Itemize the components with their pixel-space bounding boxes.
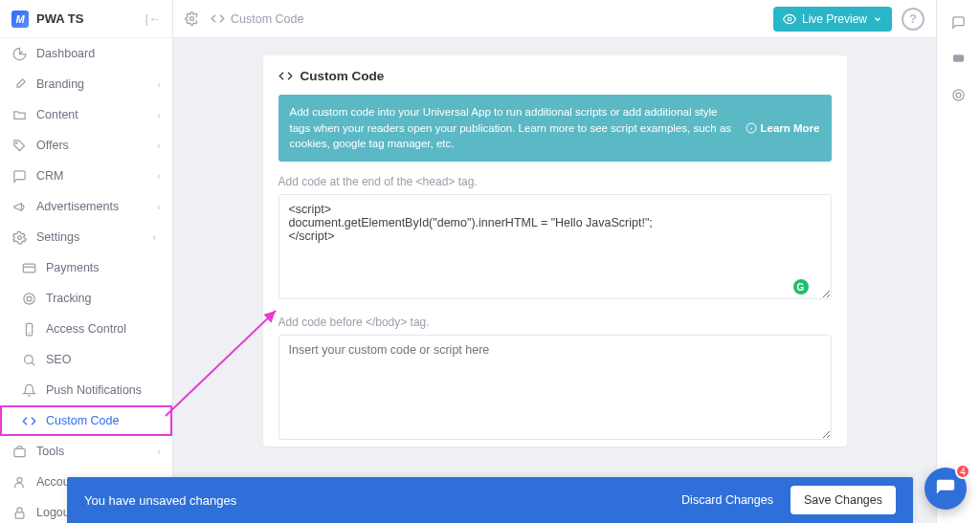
sidebar-item-offers[interactable]: Offers‹ [0,130,172,161]
live-preview-label: Live Preview [802,12,867,26]
megaphone-icon [12,200,27,214]
sidebar-item-settings[interactable]: Settings⌄ [0,222,172,252]
sidebar-header: M PWA TS |← [0,0,172,38]
tag-icon [12,139,27,153]
sidebar-item-push-notifications[interactable]: Push Notifications [0,375,172,405]
app-logo: M [11,11,29,28]
grammarly-icon[interactable]: G [793,279,809,294]
live-preview-button[interactable]: Live Preview [773,7,892,32]
learn-more-link[interactable]: Learn More [746,120,820,137]
sidebar-item-label: Push Notifications [46,383,161,397]
chat-icon [951,15,966,30]
breadcrumb-home[interactable] [185,11,199,26]
unsaved-changes-bar: You have unsaved changes Discard Changes… [67,477,913,523]
svg-point-14 [788,17,791,21]
sidebar-item-crm[interactable]: CRM‹ [0,161,172,191]
chevron-icon: ⌄ [150,233,163,242]
save-changes-button[interactable]: Save Changes [791,486,896,514]
intercom-launcher[interactable]: 4 [924,468,967,510]
svg-rect-16 [953,54,964,62]
banner-text: Add custom code into your Universal App … [290,104,734,152]
chat-bubble-icon [935,478,956,499]
sidebar-item-content[interactable]: Content‹ [0,99,172,130]
info-icon [746,122,757,134]
svg-point-17 [953,89,964,99]
svg-point-18 [956,93,961,98]
chevron-icon: ‹ [157,140,161,151]
gear-icon [12,230,27,245]
chevron-icon: ‹ [157,78,161,90]
content-area: Custom Code Add custom code into your Un… [173,38,936,523]
sidebar-item-branding[interactable]: Branding‹ [0,69,172,99]
chevron-down-icon [873,14,882,24]
sidebar-item-label: Custom Code [46,414,161,427]
sidebar-item-label: Tools [36,445,157,458]
sidebar-item-advertisements[interactable]: Advertisements‹ [0,191,172,222]
head-code-textarea[interactable] [278,194,832,299]
svg-point-8 [24,355,33,363]
sidebar-item-label: Tracking [46,292,161,305]
head-code-label: Add code at the end of the <head> tag. [278,175,832,188]
briefcase-icon [12,445,27,459]
breadcrumb-label: Custom Code [231,12,303,26]
lock-icon [12,506,27,520]
sidebar-item-label: Branding [36,77,157,91]
learn-more-label: Learn More [761,120,820,137]
svg-point-0 [15,142,16,142]
svg-rect-10 [13,448,24,456]
gear-icon [185,11,199,26]
code-icon [211,11,225,26]
sidebar-item-label: Access Control [46,322,161,336]
chevron-icon: ‹ [157,109,161,120]
sidebar-item-tools[interactable]: Tools‹ [0,436,172,467]
sidebar-item-label: Content [36,108,157,121]
code-icon [278,69,293,83]
sidebar-nav: DashboardBranding‹Content‹Offers‹CRM‹Adv… [0,38,172,523]
sidebar-item-label: CRM [36,169,157,183]
chevron-icon: ‹ [157,201,161,212]
sidebar-item-seo[interactable]: SEO [0,344,172,375]
info-banner: Add custom code into your Universal App … [278,95,832,162]
sidebar-item-tracking[interactable]: Tracking [0,283,172,314]
breadcrumb-custom-code[interactable]: Custom Code [211,11,303,26]
sidebar-item-access-control[interactable]: Access Control [0,314,172,344]
right-rail [936,0,980,523]
project-name: PWA TS [36,11,145,26]
svg-point-1 [17,235,21,239]
discord-icon [951,52,966,66]
rail-discord-button[interactable] [948,48,969,69]
sidebar-item-payments[interactable]: Payments [0,252,172,283]
sidebar-item-label: Settings [36,230,152,244]
discard-changes-button[interactable]: Discard Changes [681,493,773,507]
target-icon [22,292,36,306]
svg-point-11 [17,477,22,482]
svg-rect-2 [23,264,35,272]
chevron-icon: ‹ [157,170,161,182]
chevron-icon: ‹ [157,446,161,457]
svg-line-9 [32,362,34,365]
rail-target-button[interactable] [948,84,969,105]
help-button[interactable]: ? [902,8,924,31]
phone-icon [22,322,36,337]
sidebar-item-label: Payments [46,261,161,274]
sidebar-collapse-button[interactable]: |← [145,11,161,26]
body-code-textarea[interactable] [278,335,832,440]
sidebar-item-dashboard[interactable]: Dashboard [0,38,172,69]
eye-icon [783,12,796,26]
brush-icon [12,77,27,92]
search-icon [22,353,36,367]
user-icon [12,475,27,490]
rail-comments-button[interactable] [948,11,969,33]
folder-icon [12,108,27,122]
target-icon [951,88,966,102]
chat-icon [12,169,27,184]
topbar: Custom Code Live Preview ? [173,0,936,38]
sidebar: M PWA TS |← DashboardBranding‹Content‹Of… [0,0,173,523]
gauge-icon [12,47,27,61]
unsaved-message: You have unsaved changes [84,493,681,508]
svg-point-5 [27,296,32,301]
sidebar-item-label: Advertisements [36,200,157,213]
sidebar-item-label: SEO [46,353,161,366]
custom-code-card: Custom Code Add custom code into your Un… [263,55,847,447]
sidebar-item-custom-code[interactable]: Custom Code [0,405,172,436]
